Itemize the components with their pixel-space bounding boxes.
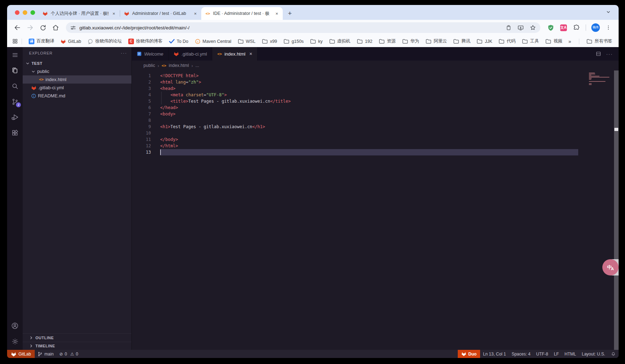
code-line[interactable]: 1<!DOCTYPE html> bbox=[132, 73, 619, 79]
problems-indicator[interactable]: ⊘ 0 ⚠ 0 bbox=[56, 350, 81, 358]
close-tab-icon[interactable]: × bbox=[249, 51, 252, 57]
bookmark-item[interactable]: 192 bbox=[354, 39, 376, 44]
bookmark-item[interactable]: 工具 bbox=[519, 38, 542, 44]
code-line[interactable]: 2<html lang="zh"> bbox=[132, 79, 619, 85]
site-settings-icon[interactable] bbox=[70, 25, 76, 31]
ime-float-button[interactable]: 中A bbox=[602, 259, 619, 275]
bookmark-item[interactable]: 视频 bbox=[542, 38, 564, 44]
code-line[interactable]: 12</html> bbox=[132, 143, 619, 149]
code-editor[interactable]: 1<!DOCTYPE html>2<html lang="zh">3<head>… bbox=[132, 70, 619, 350]
tree-item-test[interactable]: TEST bbox=[23, 59, 131, 67]
bookmark-item[interactable]: C徐晓伟的博客 bbox=[125, 38, 166, 44]
account-icon[interactable] bbox=[11, 322, 19, 330]
explorer-icon[interactable] bbox=[11, 66, 19, 75]
settings-gear-icon[interactable] bbox=[11, 337, 19, 346]
avatar[interactable]: 晓伟 bbox=[590, 23, 601, 32]
close-tab-icon[interactable]: × bbox=[274, 11, 279, 16]
bookmark-item[interactable]: JJK bbox=[473, 39, 495, 44]
minimap[interactable] bbox=[589, 73, 611, 86]
bookmark-item[interactable]: 徐晓伟的论坛 bbox=[84, 38, 125, 44]
editor-more-icon[interactable]: ··· bbox=[606, 51, 613, 57]
breadcrumb-item[interactable]: public bbox=[143, 63, 155, 68]
zoom-window-button[interactable] bbox=[30, 10, 35, 15]
code-line[interactable]: 13 bbox=[132, 149, 619, 155]
search-icon[interactable] bbox=[11, 82, 19, 90]
code-line[interactable]: 4 <meta charset="UTF-8"> bbox=[132, 92, 619, 98]
notifications-bell-icon[interactable] bbox=[608, 350, 619, 358]
bookmark-item[interactable]: WSL bbox=[235, 39, 259, 44]
back-icon[interactable] bbox=[12, 22, 23, 33]
bookmark-item[interactable]: 资源 bbox=[376, 38, 399, 44]
explorer-more-icon[interactable]: ··· bbox=[121, 51, 127, 56]
branch-indicator[interactable]: main bbox=[35, 350, 56, 358]
editor-tab-index-html[interactable]: <>index.html× bbox=[212, 47, 258, 61]
url-bar[interactable]: gitlab.xuxiaowei.cn/-/ide/project/root/t… bbox=[66, 22, 540, 33]
encoding-setting[interactable]: UTF-8 bbox=[533, 350, 551, 358]
code-line[interactable]: 8 bbox=[132, 117, 619, 124]
bookmark-item[interactable]: GitLab bbox=[57, 39, 84, 44]
home-icon[interactable] bbox=[50, 22, 61, 33]
close-tab-icon[interactable]: × bbox=[193, 11, 198, 16]
ime-translate-icon[interactable]: 中A bbox=[602, 259, 619, 275]
bookmark-item[interactable]: 腾讯 bbox=[450, 38, 473, 44]
cursor-position[interactable]: Ln 13, Col 1 bbox=[480, 350, 509, 358]
new-tab-button[interactable]: + bbox=[285, 8, 295, 18]
code-line[interactable]: 10 bbox=[132, 130, 619, 136]
bookmark-item[interactable]: 华为 bbox=[399, 38, 422, 44]
language-mode[interactable]: HTML bbox=[562, 350, 579, 358]
clipboard-icon[interactable] bbox=[506, 25, 512, 31]
code-line[interactable]: 6</head> bbox=[132, 104, 619, 111]
minimize-window-button[interactable] bbox=[23, 10, 27, 15]
bookmark-star-icon[interactable] bbox=[530, 24, 536, 31]
scrollbar-thumb[interactable] bbox=[614, 128, 618, 131]
menu-hamburger-icon[interactable] bbox=[11, 51, 19, 59]
bookmark-item[interactable]: To Do bbox=[166, 39, 192, 44]
code-line[interactable]: 3<head> bbox=[132, 85, 619, 92]
bookmarks-overflow-chevron[interactable]: » bbox=[564, 39, 575, 44]
browser-tab[interactable]: <>IDE · Administrator / test · 极× bbox=[201, 7, 283, 20]
code-line[interactable]: 7<body> bbox=[132, 111, 619, 117]
gitlab-status-button[interactable]: GitLab bbox=[7, 350, 35, 358]
tab-search-chevron-icon[interactable] bbox=[606, 10, 611, 15]
browser-tab[interactable]: 个人访问令牌 · 用户设置 · 极狐× bbox=[38, 7, 120, 20]
bookmark-item[interactable]: 译百度翻译 bbox=[26, 38, 57, 44]
tree-item-public[interactable]: public bbox=[23, 67, 131, 75]
tree-item-readme-md[interactable]: README.md bbox=[23, 92, 131, 100]
indentation-setting[interactable]: Spaces: 4 bbox=[509, 350, 533, 358]
tree-item-index-html[interactable]: <>index.html bbox=[23, 75, 131, 84]
breadcrumb-item[interactable]: index.html bbox=[169, 63, 189, 68]
panel-outline[interactable]: OUTLINE bbox=[23, 334, 131, 342]
bookmark-item[interactable]: 代码 bbox=[495, 38, 519, 44]
browser-menu-icon[interactable] bbox=[603, 25, 614, 30]
editor-tab-welcome[interactable]: Welcome bbox=[132, 47, 169, 61]
bookmark-item[interactable]: g150s bbox=[280, 39, 307, 44]
bookmark-item[interactable]: ky bbox=[307, 39, 326, 44]
bookmark-item[interactable]: x99 bbox=[259, 39, 280, 44]
editor-scrollbar[interactable] bbox=[614, 70, 619, 350]
translate-extension-icon[interactable]: 文A bbox=[558, 24, 569, 31]
run-debug-icon[interactable] bbox=[11, 113, 19, 121]
reload-icon[interactable] bbox=[38, 22, 48, 33]
code-line[interactable]: 9<h1>Test Pages - gitlab.xuxiaowei.cn</h… bbox=[132, 124, 619, 130]
keyboard-layout[interactable]: Layout: U.S. bbox=[579, 350, 608, 358]
tree-item--gitlab-ci-yml[interactable]: .gitlab-ci.yml bbox=[23, 84, 131, 92]
extensions-puzzle-icon[interactable] bbox=[571, 24, 581, 31]
close-tab-icon[interactable]: × bbox=[111, 11, 116, 16]
split-editor-icon[interactable] bbox=[596, 51, 601, 57]
apps-grid-icon[interactable] bbox=[12, 38, 18, 44]
install-app-icon[interactable] bbox=[517, 25, 524, 31]
breadcrumb[interactable]: public › <> index.html › ... bbox=[132, 61, 619, 70]
close-window-button[interactable] bbox=[15, 10, 19, 15]
all-bookmarks-button[interactable]: 所有书签 bbox=[583, 38, 614, 44]
forward-icon[interactable] bbox=[25, 22, 35, 33]
code-line[interactable]: 5 <title>Test Pages - gitlab.xuxiaowei.c… bbox=[132, 98, 619, 104]
bookmark-item[interactable]: 虚拟机 bbox=[326, 38, 354, 44]
extensions-icon[interactable] bbox=[11, 129, 19, 137]
adblock-shield-icon[interactable] bbox=[545, 24, 556, 32]
breadcrumb-item[interactable]: ... bbox=[196, 63, 199, 68]
browser-tab[interactable]: Administrator / test · GitLab× bbox=[120, 7, 201, 20]
duo-button[interactable]: Duo bbox=[458, 350, 480, 358]
bookmark-item[interactable]: cMaven Central bbox=[192, 39, 235, 44]
editor-tab--gitlab-ci-yml[interactable]: .gitlab-ci.yml bbox=[169, 47, 212, 61]
source-control-icon[interactable]: 2 bbox=[11, 97, 19, 106]
